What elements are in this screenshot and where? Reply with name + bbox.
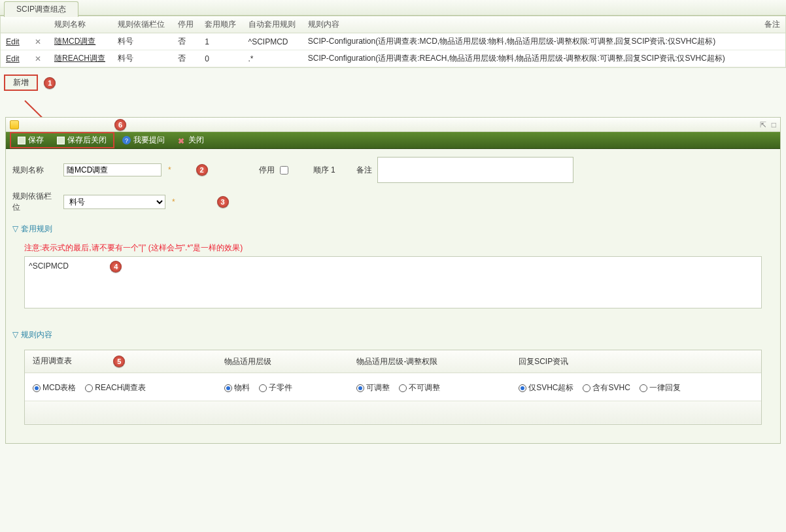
table-row[interactable]: Edit ✕ 随MCD调查 料号 否 1 ^SCIPMCD SCIP-Confi… — [1, 33, 785, 50]
col-auto[interactable]: 自动套用规则 — [243, 16, 303, 33]
disable-checkbox[interactable] — [280, 166, 288, 175]
top-tab-bar: SCIP调查组态 — [0, 0, 786, 16]
save-button[interactable]: 保存 — [12, 133, 49, 147]
rule-name-link[interactable]: 随REACH调查 — [54, 54, 105, 63]
radio-survey-reach[interactable]: REACH调查表 — [85, 382, 146, 393]
radio-reply-always[interactable]: 一律回复 — [640, 382, 681, 393]
rule-name-link[interactable]: 随MCD调查 — [54, 37, 95, 46]
delete-icon[interactable]: ✕ — [32, 37, 44, 46]
marker-3: 3 — [217, 196, 229, 208]
section-rule-content[interactable]: ▽规则内容 — [12, 327, 774, 343]
rules-grid: 规则名称 规则依循栏位 停用 套用顺序 自动套用规则 规则内容 备注 Edit … — [0, 16, 786, 68]
form-toolbar: 保存 保存后关闭 ?我要提问 ✖关闭 — [6, 132, 780, 149]
radio-reply-over[interactable]: 仅SVHC超标 — [519, 382, 573, 393]
label-remark: 备注 — [356, 165, 372, 176]
radio-adj-yes[interactable]: 可调整 — [356, 382, 390, 393]
radio-level-subpart[interactable]: 子零件 — [259, 382, 292, 393]
order-value: 1 — [331, 165, 335, 175]
col-content[interactable]: 规则内容 — [303, 16, 746, 33]
label-rule-name: 规则名称 — [12, 165, 58, 176]
col-survey: 适用调查表 — [33, 356, 72, 365]
label-disable: 停用 — [259, 165, 275, 176]
detail-panel: 6 ⇱ □ 保存 保存后关闭 ?我要提问 ✖关闭 规则名称 * 2 停用 顺序 … — [5, 117, 781, 444]
cell-content: SCIP-Configuration(适用调查表:REACH,物品适用层级:物料… — [303, 50, 746, 67]
section-apply-rule[interactable]: ▽套用规则 — [12, 221, 774, 237]
marker-1: 1 — [44, 77, 56, 89]
expr-note: 注意:表示式的最后,请不要有一个"|" (这样会与".*"是一样的效果) — [24, 242, 774, 254]
radio-adj-no[interactable]: 不可调整 — [399, 382, 440, 393]
expr-value: ^SCIPMCD — [29, 261, 69, 271]
marker-4: 4 — [110, 261, 122, 273]
label-order: 顺序 — [313, 165, 329, 175]
col-level-adj: 物品适用层级-调整权限 — [349, 350, 511, 373]
marker-5: 5 — [113, 356, 125, 367]
label-follow-col: 规则依循栏位 — [12, 191, 58, 213]
cell-order: 1 — [199, 33, 243, 50]
edit-link[interactable]: Edit — [6, 37, 20, 46]
table-row[interactable]: Edit ✕ 随REACH调查 料号 否 0 .* SCIP-Configura… — [1, 50, 785, 67]
cell-order: 0 — [199, 50, 243, 67]
cell-auto: .* — [243, 50, 303, 67]
save-close-button[interactable]: 保存后关闭 — [52, 133, 112, 147]
col-followcol[interactable]: 规则依循栏位 — [112, 16, 172, 33]
radio-reply-contains[interactable]: 含有SVHC — [583, 382, 630, 393]
cell-disabled: 否 — [173, 33, 199, 50]
close-button[interactable]: ✖关闭 — [173, 133, 209, 147]
col-order[interactable]: 套用顺序 — [199, 16, 243, 33]
pin-icon[interactable]: ⇱ — [760, 120, 766, 129]
edit-link[interactable]: Edit — [6, 54, 20, 63]
radio-survey-mcd[interactable]: MCD表格 — [33, 382, 76, 393]
marker-2: 2 — [196, 164, 208, 176]
add-button[interactable]: 新增 — [4, 75, 38, 91]
col-disabled[interactable]: 停用 — [173, 16, 199, 33]
cell-col: 料号 — [112, 33, 172, 50]
col-level: 物品适用层级 — [216, 350, 349, 373]
delete-icon[interactable]: ✕ — [32, 54, 44, 63]
col-name[interactable]: 规则名称 — [49, 16, 112, 33]
col-reply: 回复SCIP资讯 — [511, 350, 761, 373]
radio-level-material[interactable]: 物料 — [224, 382, 250, 393]
tab-scip[interactable]: SCIP调查组态 — [4, 1, 78, 17]
ask-button[interactable]: ?我要提问 — [117, 133, 170, 147]
cell-disabled: 否 — [173, 50, 199, 67]
cell-content: SCIP-Configuration(适用调查表:MCD,物品适用层级:物料,物… — [303, 33, 746, 50]
rule-name-input[interactable] — [63, 163, 162, 176]
marker-6: 6 — [114, 119, 126, 131]
remark-textarea[interactable] — [377, 157, 573, 183]
cell-auto: ^SCIPMCD — [243, 33, 303, 50]
cell-col: 料号 — [112, 50, 172, 67]
doc-icon — [10, 120, 19, 129]
follow-col-select[interactable]: 料号 — [63, 195, 165, 209]
col-remark[interactable]: 备注 — [746, 16, 785, 33]
expr-box[interactable]: ^SCIPMCD 4 — [24, 256, 762, 308]
maximize-icon[interactable]: □ — [772, 120, 776, 129]
